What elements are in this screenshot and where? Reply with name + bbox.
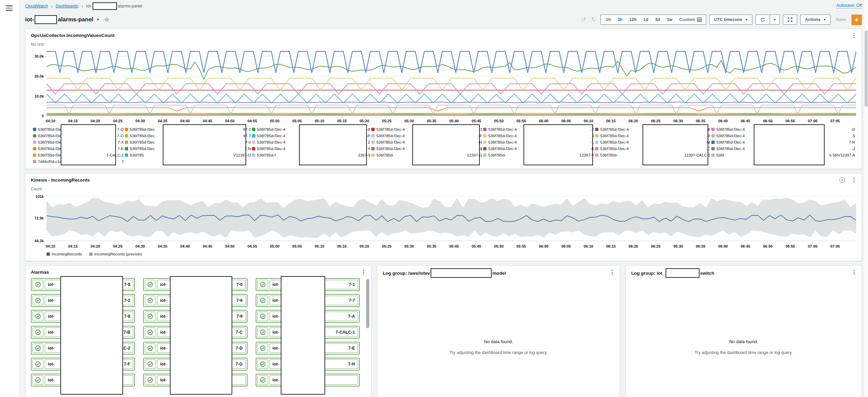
info-icon[interactable]: i bbox=[840, 177, 845, 183]
legend-color-dot bbox=[33, 160, 36, 163]
legend-label-suffix: -D bbox=[851, 127, 855, 131]
redaction-box bbox=[61, 124, 116, 165]
range-button-12h[interactable]: 12h bbox=[626, 15, 640, 24]
legend-label: 536f785d-f3ec-4 bbox=[376, 127, 405, 131]
widget-menu-icon[interactable]: ⋮ bbox=[851, 33, 857, 38]
x-tick: 06:30 bbox=[673, 119, 683, 123]
x-tick: 06:55 bbox=[786, 244, 795, 248]
x-tick: 05:20 bbox=[359, 119, 369, 123]
x-tick: 06:25 bbox=[651, 244, 660, 248]
legend-color-dot bbox=[711, 128, 715, 131]
x-tick: 04:50 bbox=[225, 119, 235, 123]
legend-label: 536f785d- bbox=[376, 153, 394, 157]
legend-label-suffix: -K bbox=[590, 147, 594, 151]
legend-color-dot bbox=[33, 147, 36, 150]
range-button-1d[interactable]: 1d bbox=[640, 15, 652, 24]
legend-label: 536f785d-f3ec-4 bbox=[376, 147, 405, 151]
x-tick: 05:35 bbox=[427, 119, 436, 123]
x-tick: 04:35 bbox=[158, 119, 167, 123]
x-tick: 05:40 bbox=[449, 244, 459, 248]
widget-menu-icon[interactable]: ⋮ bbox=[609, 269, 615, 275]
breadcrumb: CloudWatch › Dashboards › iot- alarms-pa… bbox=[25, 0, 862, 12]
autosave-toggle[interactable]: Autosave: Off bbox=[836, 3, 862, 8]
legend-color-dot bbox=[483, 141, 487, 144]
range-button-1h[interactable]: 1h bbox=[603, 15, 614, 24]
page-title: iot- alarms-panel ▼ ☆ bbox=[25, 15, 110, 24]
legend-color-dot bbox=[252, 134, 255, 138]
x-tick: 06:10 bbox=[584, 244, 593, 248]
range-button-1w[interactable]: 1w bbox=[664, 15, 676, 24]
x-tick: 06:15 bbox=[606, 119, 616, 123]
x-tick: 06:55 bbox=[786, 119, 795, 123]
x-tick: 06:05 bbox=[561, 119, 571, 123]
legend-item[interactable]: IncomingRecords bbox=[46, 252, 82, 256]
widget-title: Alarmas bbox=[31, 270, 366, 275]
x-tick: 05:00 bbox=[270, 244, 279, 248]
legend-label: 536f785d-f3ec bbox=[38, 127, 63, 131]
title-dropdown-icon[interactable]: ▼ bbox=[96, 18, 99, 21]
y-tick: 20.0k bbox=[34, 74, 44, 78]
hamburger-menu-icon[interactable] bbox=[6, 5, 13, 11]
x-tick: 05:20 bbox=[359, 244, 369, 248]
widget-log-group-iotevents: Log group: /aws/iotev model ⋮ No data fo… bbox=[377, 265, 620, 397]
kinesis-line-chart[interactable] bbox=[46, 194, 856, 243]
legend-label: 536f785d-f bbox=[257, 153, 276, 157]
y-axis: 30.0k 20.0k 10.0k 0 bbox=[31, 49, 46, 118]
add-widget-button[interactable]: + bbox=[851, 15, 862, 25]
actions-dropdown[interactable]: Actions ▼ bbox=[800, 15, 831, 25]
save-button[interactable]: Save bbox=[836, 17, 846, 22]
widget-menu-icon[interactable]: ⋮ bbox=[851, 177, 857, 183]
legend-label-suffix: -6 bbox=[707, 127, 710, 131]
legend-color-dot bbox=[371, 134, 375, 138]
calendar-icon[interactable] bbox=[697, 17, 704, 22]
widget-menu-icon[interactable]: ⋮ bbox=[361, 269, 367, 275]
timezone-dropdown[interactable]: UTC timezone ▼ bbox=[709, 15, 752, 25]
refresh-options-dropdown[interactable]: ▼ bbox=[770, 15, 780, 25]
log-title-suffix: model bbox=[492, 271, 506, 276]
chart-legend: IncomingRecords IncomingRecords (previst… bbox=[46, 252, 856, 256]
undo-button[interactable]: ↺ bbox=[580, 16, 587, 23]
legend-label-suffix: 7-0 bbox=[245, 140, 251, 144]
redo-button[interactable]: ↻ bbox=[590, 16, 597, 23]
legend-label-suffix: -J bbox=[852, 147, 855, 151]
legend-color-dot bbox=[483, 128, 487, 131]
legend-color-dot bbox=[711, 147, 715, 150]
refresh-button[interactable] bbox=[755, 15, 770, 25]
legend-label-suffix: 7-O bbox=[117, 134, 124, 138]
redaction-box bbox=[35, 15, 57, 24]
redaction-box bbox=[524, 124, 593, 165]
empty-state-hint: Try adjusting the dashboard time range o… bbox=[672, 350, 815, 356]
legend-label: 536f785d-f3ec bbox=[130, 140, 155, 144]
side-nav-rail bbox=[0, 0, 19, 397]
custom-range-button[interactable]: Custom bbox=[676, 15, 697, 24]
range-button-3h[interactable]: 3h bbox=[614, 15, 626, 24]
y-axis-unit-label: No unit bbox=[31, 42, 856, 47]
legend-color-dot bbox=[711, 141, 715, 144]
page-scrollbar-thumb[interactable] bbox=[865, 30, 868, 107]
widget-title: Log group: /aws/iotev model bbox=[383, 270, 614, 276]
alarm-ok-icon bbox=[33, 312, 43, 321]
x-tick: 04:55 bbox=[248, 244, 257, 248]
alarm-list-scrollbar[interactable] bbox=[366, 279, 369, 328]
x-tick: 05:50 bbox=[494, 244, 504, 248]
legend-label-suffix: -I bbox=[592, 134, 594, 138]
page-scrollbar[interactable] bbox=[864, 0, 868, 397]
log-title-suffix: switch bbox=[700, 271, 714, 276]
legend-item[interactable]: IncomingRecords (previsto) bbox=[89, 252, 142, 256]
favorite-star-icon[interactable]: ☆ bbox=[104, 16, 109, 23]
opcua-line-chart[interactable] bbox=[46, 49, 856, 118]
x-tick: 04:40 bbox=[180, 244, 190, 248]
range-button-3d[interactable]: 3d bbox=[652, 15, 664, 24]
x-tick: 07:05 bbox=[830, 244, 840, 248]
x-tick: 05:55 bbox=[516, 119, 526, 123]
x-tick: 06:25 bbox=[651, 119, 660, 123]
breadcrumb-cloudwatch[interactable]: CloudWatch bbox=[25, 4, 48, 8]
fullscreen-button[interactable] bbox=[783, 15, 797, 25]
legend-color-dot bbox=[252, 147, 255, 150]
x-tick: 05:10 bbox=[315, 119, 324, 123]
widget-menu-icon[interactable]: ⋮ bbox=[851, 269, 857, 275]
x-tick: 04:20 bbox=[91, 119, 100, 123]
breadcrumb-dashboards[interactable]: Dashboards bbox=[56, 4, 78, 8]
legend-color-dot bbox=[371, 153, 375, 157]
y-tick: 0 bbox=[42, 114, 44, 118]
